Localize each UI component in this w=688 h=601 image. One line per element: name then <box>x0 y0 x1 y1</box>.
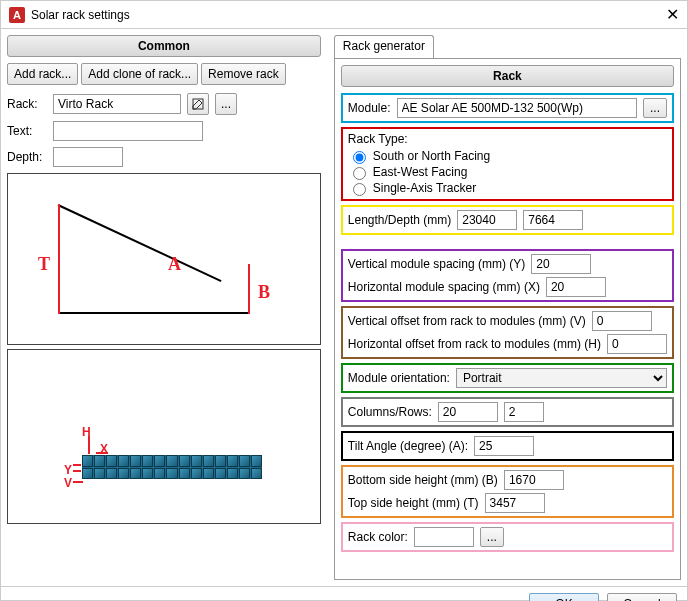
rt-ew-radio[interactable]: East-West Facing <box>348 164 667 180</box>
close-icon[interactable]: ✕ <box>666 5 679 24</box>
color-group: Rack color: ... <box>341 522 674 552</box>
add-clone-button[interactable]: Add clone of rack... <box>81 63 198 85</box>
add-rack-button[interactable]: Add rack... <box>7 63 78 85</box>
orientation-group: Module orientation: Portrait <box>341 363 674 393</box>
remove-rack-button[interactable]: Remove rack <box>201 63 286 85</box>
diagram-T-label: T <box>38 254 50 275</box>
rt-south-label: South or North Facing <box>373 149 490 163</box>
diagram-rack-grid <box>82 455 262 479</box>
columns-input[interactable] <box>438 402 498 422</box>
rack-header: Rack <box>341 65 674 87</box>
offset-group: Vertical offset from rack to modules (mm… <box>341 306 674 359</box>
rt-ew-label: East-West Facing <box>373 165 467 179</box>
cancel-button[interactable]: Cancel <box>607 593 677 601</box>
rt-tracker-label: Single-Axis Tracker <box>373 181 476 195</box>
tilt-input[interactable] <box>474 436 534 456</box>
text-label: Text: <box>7 124 47 138</box>
orientation-select[interactable]: Portrait <box>456 368 667 388</box>
hoff-input[interactable] <box>607 334 667 354</box>
rack-name-input[interactable] <box>53 94 181 114</box>
hspacing-input[interactable] <box>546 277 606 297</box>
length-input[interactable] <box>457 210 517 230</box>
rack-color-swatch[interactable] <box>414 527 474 547</box>
side-diagram: T A B <box>7 173 321 345</box>
rt-south-radio[interactable]: South or North Facing <box>348 148 667 164</box>
rack-type-group: Rack Type: South or North Facing East-We… <box>341 127 674 201</box>
common-header: Common <box>7 35 321 57</box>
diagram-V-label: V <box>64 476 72 490</box>
rows-input[interactable] <box>504 402 544 422</box>
dialog-footer: OK Cancel <box>1 586 687 601</box>
depth-input[interactable] <box>53 147 123 167</box>
tab-rack-generator[interactable]: Rack generator <box>334 35 434 58</box>
rack-browse-button[interactable]: ... <box>215 93 237 115</box>
edit-icon[interactable] <box>187 93 209 115</box>
rt-tracker-radio[interactable]: Single-Axis Tracker <box>348 180 667 196</box>
diagram-B-label: B <box>258 282 270 303</box>
depth-input-right[interactable] <box>523 210 583 230</box>
window-title: Solar rack settings <box>31 8 130 22</box>
rack-type-label: Rack Type: <box>348 132 667 146</box>
titlebar: A Solar rack settings ✕ <box>1 1 687 29</box>
rack-generator-panel: Rack Module: ... Rack Type: South or Nor… <box>334 59 681 580</box>
module-group: Module: ... <box>341 93 674 123</box>
front-diagram: H X Y V <box>7 349 321 524</box>
hoff-label: Horizontal offset from rack to modules (… <box>348 337 601 351</box>
tilt-group: Tilt Angle (degree) (A): <box>341 431 674 461</box>
bottom-height-input[interactable] <box>504 470 564 490</box>
colrow-label: Columns/Rows: <box>348 405 432 419</box>
hspacing-label: Horizontal module spacing (mm) (X) <box>348 280 540 294</box>
heights-group: Bottom side height (mm) (B) Top side hei… <box>341 465 674 518</box>
spacing-group: Vertical module spacing (mm) (Y) Horizon… <box>341 249 674 302</box>
depth-label: Depth: <box>7 150 47 164</box>
voff-input[interactable] <box>592 311 652 331</box>
diagram-Y-label: Y <box>64 463 72 477</box>
vspacing-label: Vertical module spacing (mm) (Y) <box>348 257 525 271</box>
rack-name-label: Rack: <box>7 97 47 111</box>
module-browse-button[interactable]: ... <box>643 98 667 118</box>
text-input[interactable] <box>53 121 203 141</box>
rack-color-label: Rack color: <box>348 530 408 544</box>
module-label: Module: <box>348 101 391 115</box>
diagram-A-label: A <box>168 254 181 275</box>
content-split: Common Add rack... Add clone of rack... … <box>1 29 687 586</box>
left-panel: Common Add rack... Add clone of rack... … <box>1 29 328 586</box>
length-depth-label: Length/Depth (mm) <box>348 213 451 227</box>
right-panel: Rack generator Rack Module: ... Rack Typ… <box>328 29 687 586</box>
dialog-window: A Solar rack settings ✕ Common Add rack.… <box>0 0 688 601</box>
bottom-height-label: Bottom side height (mm) (B) <box>348 473 498 487</box>
ok-button[interactable]: OK <box>529 593 599 601</box>
vspacing-input[interactable] <box>531 254 591 274</box>
top-height-input[interactable] <box>485 493 545 513</box>
orient-label: Module orientation: <box>348 371 450 385</box>
app-icon: A <box>9 7 25 23</box>
top-height-label: Top side height (mm) (T) <box>348 496 479 510</box>
rack-color-browse-button[interactable]: ... <box>480 527 504 547</box>
tilt-label: Tilt Angle (degree) (A): <box>348 439 468 453</box>
module-input[interactable] <box>397 98 637 118</box>
cols-rows-group: Columns/Rows: <box>341 397 674 427</box>
voff-label: Vertical offset from rack to modules (mm… <box>348 314 586 328</box>
length-depth-group: Length/Depth (mm) <box>341 205 674 235</box>
